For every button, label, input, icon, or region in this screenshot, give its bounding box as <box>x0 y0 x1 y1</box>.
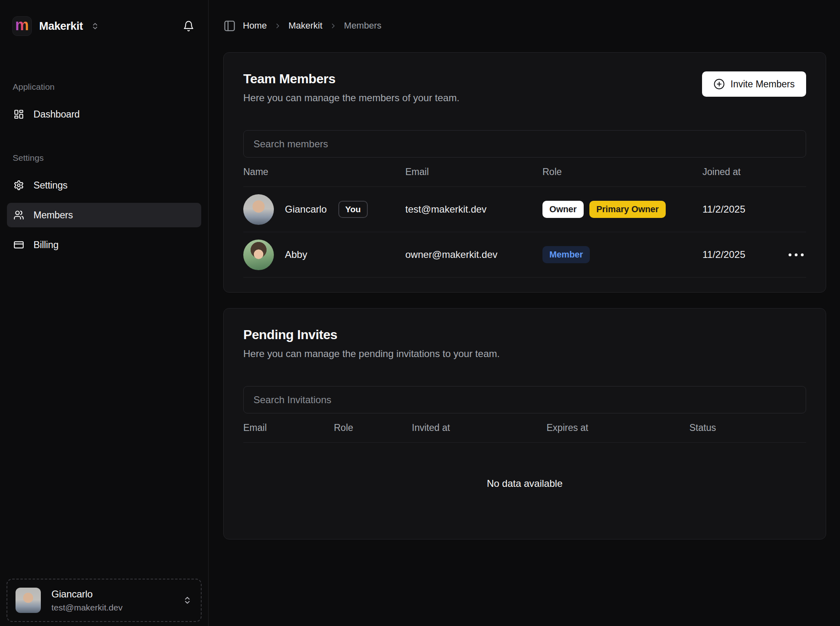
chevron-right-icon <box>329 22 337 30</box>
sidebar-item-label: Settings <box>33 180 67 191</box>
chevrons-up-down-icon <box>91 22 99 30</box>
invites-table: Email Role Invited at Expires at Status … <box>243 413 806 524</box>
makerkit-logo: m <box>12 16 32 36</box>
members-table: Name Email Role Joined at Giancarlo You … <box>243 158 806 277</box>
member-email: test@makerkit.dev <box>405 204 542 215</box>
role-badge-primary-owner: Primary Owner <box>589 201 666 218</box>
column-email: Email <box>243 422 334 433</box>
main-content: Home Makerkit Members Team Members Here … <box>209 0 840 626</box>
sidebar-item-label: Dashboard <box>33 109 80 120</box>
table-row: Giancarlo You test@makerkit.dev Owner Pr… <box>243 187 806 232</box>
column-email: Email <box>405 166 542 178</box>
column-invited-at: Invited at <box>412 422 547 433</box>
column-role: Role <box>542 166 702 178</box>
member-avatar <box>243 240 274 270</box>
team-members-title: Team Members <box>243 71 460 87</box>
invites-table-header: Email Role Invited at Expires at Status <box>243 413 806 443</box>
members-table-header: Name Email Role Joined at <box>243 158 806 187</box>
user-avatar <box>16 588 41 613</box>
logo-letter: m <box>15 17 29 33</box>
user-email: test@makerkit.dev <box>51 603 122 613</box>
workspace-switcher[interactable]: m Makerkit <box>12 16 99 36</box>
member-name: Abby <box>285 249 307 260</box>
pending-invites-description: Here you can manage the pending invitati… <box>243 348 500 360</box>
empty-state-message: No data available <box>487 478 562 489</box>
chevron-right-icon <box>274 22 282 30</box>
breadcrumb: Home Makerkit Members <box>223 19 826 33</box>
column-joined-at: Joined at <box>702 166 783 178</box>
credit-card-icon <box>13 240 24 250</box>
nav-section-settings: Settings <box>13 153 196 163</box>
column-role: Role <box>334 422 412 433</box>
member-name: Giancarlo <box>285 204 327 215</box>
column-name: Name <box>243 166 405 178</box>
you-badge: You <box>338 201 368 218</box>
role-badge-member: Member <box>542 246 590 263</box>
team-members-card: Team Members Here you can manage the mem… <box>223 52 826 293</box>
search-invitations-input[interactable] <box>243 386 806 413</box>
sidebar-item-label: Billing <box>33 240 58 251</box>
sidebar-nav: Application Dashboard Settings Settings … <box>0 36 208 257</box>
breadcrumb-home[interactable]: Home <box>243 20 267 31</box>
empty-state: No data available <box>243 443 806 524</box>
breadcrumb-members: Members <box>344 20 382 31</box>
chevrons-up-down-icon <box>183 596 192 605</box>
nav-section-application: Application <box>13 82 196 92</box>
user-name: Giancarlo <box>51 588 122 600</box>
users-icon <box>13 210 24 220</box>
search-members-input[interactable] <box>243 130 806 158</box>
sidebar-header: m Makerkit <box>0 0 208 36</box>
pending-invites-card: Pending Invites Here you can manage the … <box>223 308 826 539</box>
notifications-bell-icon[interactable] <box>183 20 194 32</box>
sidebar-item-billing[interactable]: Billing <box>7 233 201 257</box>
sidebar-item-members[interactable]: Members <box>7 203 201 227</box>
team-members-description: Here you can manage the members of your … <box>243 92 460 104</box>
member-email: owner@makerkit.dev <box>405 249 542 260</box>
sidebar: m Makerkit Application Dashboard Setting… <box>0 0 209 626</box>
sidebar-item-label: Members <box>33 210 73 221</box>
member-avatar <box>243 194 274 225</box>
account-menu-trigger[interactable]: Giancarlo test@makerkit.dev <box>7 579 202 622</box>
role-badge-owner: Owner <box>542 201 584 218</box>
table-row: Abby owner@makerkit.dev Member 11/2/2025 <box>243 232 806 277</box>
row-actions-menu-icon[interactable] <box>783 253 806 256</box>
settings-gear-icon <box>13 180 24 191</box>
dashboard-icon <box>13 109 24 120</box>
sidebar-item-dashboard[interactable]: Dashboard <box>7 102 201 127</box>
breadcrumb-makerkit[interactable]: Makerkit <box>289 20 322 31</box>
invite-members-label: Invite Members <box>731 79 795 90</box>
column-status: Status <box>689 422 806 433</box>
panel-left-toggle-icon[interactable] <box>223 20 236 32</box>
plus-circle-icon <box>713 78 725 90</box>
sidebar-item-settings[interactable]: Settings <box>7 173 201 198</box>
pending-invites-title: Pending Invites <box>243 326 500 343</box>
member-joined-at: 11/2/2025 <box>702 204 783 215</box>
column-expires-at: Expires at <box>547 422 689 433</box>
app-root: m Makerkit Application Dashboard Setting… <box>0 0 840 626</box>
invite-members-button[interactable]: Invite Members <box>702 71 806 97</box>
member-joined-at: 11/2/2025 <box>702 249 783 260</box>
workspace-name: Makerkit <box>39 20 83 33</box>
